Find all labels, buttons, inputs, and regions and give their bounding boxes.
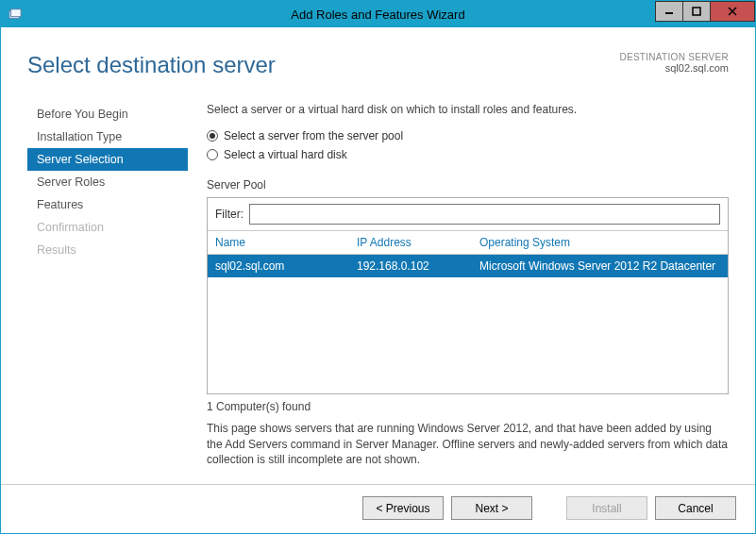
button-gap [540,496,559,520]
window-title: Add Roles and Features Wizard [1,8,755,22]
filter-row: Filter: [208,198,728,231]
install-button: Install [566,496,647,520]
nav-results: Results [27,239,188,261]
next-button[interactable]: Next > [451,496,532,520]
main-panel: Select a server or a virtual hard disk o… [188,103,729,467]
nav-server-selection[interactable]: Server Selection [27,148,188,171]
header-row: Select destination server DESTINATION SE… [27,52,729,78]
wizard-window: Add Roles and Features Wizard Select des… [0,0,756,534]
filter-input[interactable] [249,204,720,225]
window-controls [656,1,755,22]
content-area: Select destination server DESTINATION SE… [1,27,755,484]
radio-vhd[interactable]: Select a virtual hard disk [207,148,729,161]
nav-server-roles[interactable]: Server Roles [27,171,188,193]
table-body: sql02.sql.com 192.168.0.102 Microsoft Wi… [208,255,728,393]
cell-os: Microsoft Windows Server 2012 R2 Datacen… [472,255,728,277]
table-row[interactable]: sql02.sql.com 192.168.0.102 Microsoft Wi… [208,255,728,277]
filter-label: Filter: [215,208,244,221]
app-icon [8,8,27,21]
radio-label: Select a virtual hard disk [224,148,347,161]
col-name-header[interactable]: Name [208,231,349,254]
body-row: Before You Begin Installation Type Serve… [27,103,729,467]
info-note: This page shows servers that are running… [207,421,729,467]
nav-installation-type[interactable]: Installation Type [27,125,188,148]
destination-name: sql02.sql.com [619,62,729,74]
radio-icon [207,130,218,142]
computer-count: 1 Computer(s) found [207,400,729,413]
svg-rect-3 [693,8,700,15]
close-button[interactable] [710,1,755,22]
destination-label: DESTINATION SERVER [619,52,729,62]
sidebar: Before You Begin Installation Type Serve… [27,103,188,467]
nav-features[interactable]: Features [27,193,188,216]
table-header: Name IP Address Operating System [208,231,728,255]
titlebar: Add Roles and Features Wizard [1,1,755,27]
col-os-header[interactable]: Operating System [472,231,728,254]
previous-button[interactable]: < Previous [362,496,444,520]
radio-label: Select a server from the server pool [224,129,403,142]
nav-before-you-begin[interactable]: Before You Begin [27,103,188,125]
svg-rect-1 [11,9,22,17]
cell-name: sql02.sql.com [208,255,349,277]
cancel-button[interactable]: Cancel [655,496,736,520]
radio-icon [207,149,218,160]
nav-confirmation: Confirmation [27,216,188,239]
instruction-text: Select a server or a virtual hard disk o… [207,103,729,116]
server-pool-label: Server Pool [207,178,729,192]
col-ip-header[interactable]: IP Address [349,231,472,254]
destination-box: DESTINATION SERVER sql02.sql.com [619,52,729,74]
cell-ip: 192.168.0.102 [349,255,472,277]
page-title: Select destination server [27,52,276,78]
footer: < Previous Next > Install Cancel [1,484,755,533]
radio-server-pool[interactable]: Select a server from the server pool [207,129,729,142]
minimize-button[interactable] [655,1,683,22]
maximize-button[interactable] [682,1,711,22]
server-pool-box: Filter: Name IP Address Operating System… [207,197,729,394]
server-table: Name IP Address Operating System sql02.s… [208,231,728,393]
